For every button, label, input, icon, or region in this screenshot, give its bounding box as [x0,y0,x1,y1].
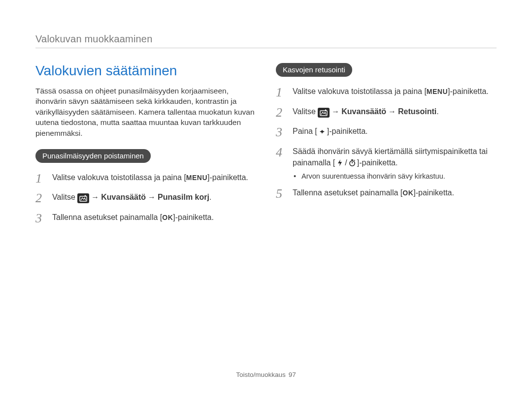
flash-icon [335,158,345,167]
text: Valitse [293,107,318,116]
step-3: 3 Tallenna asetukset painamalla [OK]-pai… [35,212,256,226]
step-2: 2 Valitse →Kuvansäätö→Punasilm korj. [35,191,256,206]
step-number: 2 [276,106,287,120]
left-column: Valokuvien säätäminen Tässä osassa on oh… [35,63,256,232]
step-body: Valitse →Kuvansäätö→Retusointi. [293,106,497,118]
step-body: Valitse valokuva toistotilassa ja paina … [293,86,497,97]
timer-icon [347,158,357,167]
step-body: Valitse →Kuvansäätö→Punasilm korj. [52,191,256,203]
step-1: 1 Valitse valokuva toistotilassa ja pain… [35,172,256,186]
text: Valitse valokuva toistotilassa ja paina … [293,87,427,95]
text: ]-painiketta. [327,127,368,135]
step-number: 1 [276,86,287,100]
step-body: Paina []-painiketta. [293,125,497,137]
text: . [436,107,438,116]
steps-redeye: 1 Valitse valokuva toistotilassa ja pain… [35,172,256,226]
content-columns: Valokuvien säätäminen Tässä osassa on oh… [35,63,497,232]
edit-icon [318,108,330,118]
note-text: Arvon suurentuessa ihonvärin sävy kirkas… [301,172,445,180]
step-number: 2 [35,191,46,206]
pill-retouch: Kasvojen retusointi [276,63,352,77]
arrow-icon: → [386,107,398,116]
menu-icon: MENU [427,88,448,95]
step-5: 5 Tallenna asetukset painamalla [OK]-pai… [276,187,497,201]
arrow-icon: → [89,193,101,201]
step-body: Säädä ihonvärin sävyä kiertämällä siirty… [293,146,497,168]
text: ]-painiketta. [173,213,214,221]
step-body: Tallenna asetukset painamalla [OK]-paini… [52,212,256,223]
pill-redeye: Punasilmäisyyden poistaminen [35,149,151,163]
text: ]-painiketta. [448,87,489,95]
step-number: 1 [35,172,46,186]
text: Tallenna asetukset painamalla [ [293,188,402,197]
step-4: 4 Säädä ihonvärin sävyä kiertämällä siir… [276,146,497,168]
ok-icon: OK [402,189,413,197]
arrow-icon: → [146,193,158,201]
text: Tallenna asetukset painamalla [ [52,213,162,221]
bullet-dot: • [294,172,297,180]
text-bold: Kuvansäätö [341,107,386,116]
text: ]-painiketta. [207,173,248,182]
section-title: Valokuvien säätäminen [35,63,256,79]
text: ]-painiketta. [413,188,454,197]
divider [35,48,497,48]
svg-rect-5 [351,159,353,160]
step-body: Tallenna asetukset painamalla [OK]-paini… [293,187,497,198]
text-bold: Retusointi [398,107,436,116]
text: Valitse [52,193,77,201]
macro-icon [317,127,327,136]
page-footer: Toisto/muokkaus97 [0,371,532,378]
ok-icon: OK [162,214,173,221]
step-number: 4 [276,146,287,160]
footer-label: Toisto/muokkaus [236,371,286,378]
intro-paragraph: Tässä osassa on ohjeet punasilmäisyyden … [35,86,256,138]
svg-point-3 [325,109,327,111]
text-bold: Kuvansäätö [101,193,146,201]
arrow-icon: → [330,107,341,116]
text: Valitse valokuva toistotilassa ja paina … [52,173,186,182]
step-number: 3 [276,125,287,140]
step-body: Valitse valokuva toistotilassa ja paina … [52,172,256,183]
menu-icon: MENU [186,174,207,182]
step-3: 3 Paina []-painiketta. [276,125,497,140]
manual-page: Valokuvan muokkaaminen Valokuvien säätäm… [0,0,532,401]
step-1: 1 Valitse valokuva toistotilassa ja pain… [276,86,497,100]
right-column: Kasvojen retusointi 1 Valitse valokuva t… [276,63,497,232]
svg-point-1 [85,195,86,197]
text-bold: Punasilm korj [158,193,209,201]
note-bullet: • Arvon suurentuessa ihonvärin sävy kirk… [294,172,497,180]
step-number: 5 [276,187,287,201]
step-2: 2 Valitse →Kuvansäätö→Retusointi. [276,106,497,120]
steps-retouch: 1 Valitse valokuva toistotilassa ja pain… [276,86,497,168]
step-number: 3 [35,212,46,226]
breadcrumb: Valokuvan muokkaaminen [35,33,497,45]
text: . [209,193,211,201]
page-number: 97 [289,371,296,378]
text: Paina [ [293,127,317,135]
text: ]-painiketta. [357,158,398,167]
edit-icon [77,193,89,203]
steps-retouch-cont: 5 Tallenna asetukset painamalla [OK]-pai… [276,187,497,201]
